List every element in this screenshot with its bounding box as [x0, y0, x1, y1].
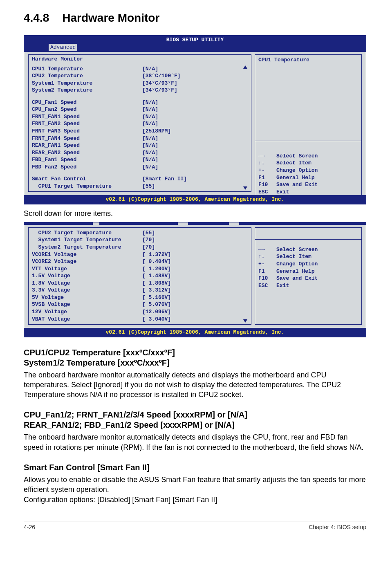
- setting-label: FBD_Fan1 Speed: [32, 156, 142, 164]
- help-desc: Select Screen: [276, 246, 318, 254]
- setting-label: 5V Voltage: [32, 294, 142, 301]
- setting-value[interactable]: [ 5.070V]: [142, 301, 171, 308]
- setting-value[interactable]: [N/A]: [142, 99, 158, 106]
- h-cpu-temp-2: System1/2 Temperature [xxxºC/xxxºF]: [24, 358, 366, 368]
- setting-row[interactable]: System2 Target Temperature[70]: [32, 244, 242, 251]
- setting-row[interactable]: VBAT Voltage[ 3.040V]: [32, 316, 242, 323]
- help-key: ↑↓: [258, 253, 276, 260]
- setting-row[interactable]: CPU_Fan2 Speed[N/A]: [32, 106, 242, 113]
- help-key: F10: [258, 275, 276, 282]
- setting-value[interactable]: [N/A]: [142, 142, 158, 149]
- setting-value[interactable]: [ 5.166V]: [142, 294, 171, 301]
- setting-value[interactable]: [N/A]: [142, 113, 158, 121]
- setting-value[interactable]: [2518RPM]: [142, 128, 171, 135]
- setting-value[interactable]: [N/A]: [142, 120, 158, 128]
- help-row: ←→Select Screen: [258, 246, 358, 254]
- setting-label: CPU_Fan1 Speed: [32, 99, 142, 106]
- setting-row[interactable]: System1 Target Temperature[70]: [32, 236, 242, 244]
- tab-advanced[interactable]: Advanced: [49, 44, 77, 51]
- setting-value[interactable]: [Smart Fan II]: [142, 175, 187, 183]
- setting-value[interactable]: [12.096V]: [142, 308, 171, 316]
- setting-row[interactable]: Smart Fan Control[Smart Fan II]: [32, 175, 242, 183]
- help-row: F10Save and Exit: [258, 181, 358, 189]
- setting-value[interactable]: [70]: [142, 244, 155, 251]
- setting-value[interactable]: [34°C/93°F]: [142, 80, 177, 87]
- setting-value[interactable]: [ 1.200V]: [142, 265, 171, 273]
- setting-row[interactable]: REAR_FAN2 Speed[N/A]: [32, 149, 242, 157]
- help-key: ESC: [258, 282, 276, 290]
- setting-row[interactable]: CPU1 Target Temperature[55]: [32, 183, 242, 190]
- setting-value[interactable]: [ 1.372V]: [142, 251, 171, 258]
- setting-row[interactable]: System1 Temperature[34°C/93°F]: [32, 80, 242, 87]
- setting-value[interactable]: [55]: [142, 183, 155, 190]
- setting-row[interactable]: 5V Voltage[ 5.166V]: [32, 294, 242, 301]
- setting-row[interactable]: FRNT_FAN3 Speed[2518RPM]: [32, 128, 242, 135]
- setting-value[interactable]: [38°C/100°F]: [142, 72, 181, 80]
- bios2-footer: v02.61 (C)Copyright 1985-2006, American …: [24, 328, 366, 337]
- setting-value[interactable]: [ 0.404V]: [142, 258, 171, 265]
- setting-row[interactable]: 3.3V Voltage[ 3.312V]: [32, 287, 242, 294]
- body-fan: The onboard hardware monitor automatical…: [24, 432, 366, 452]
- setting-value[interactable]: [ 3.312V]: [142, 287, 171, 294]
- setting-value[interactable]: [34°C/93°F]: [142, 87, 177, 94]
- bios1-main: CPU1 Temperature[N/A]CPU2 Temperature[38…: [32, 65, 242, 190]
- setting-row[interactable]: CPU_Fan1 Speed[N/A]: [32, 99, 242, 106]
- help-desc: Save and Exit: [276, 181, 318, 189]
- h-fan-1: CPU_Fan1/2; FRNT_FAN1/2/3/4 Speed [xxxxR…: [24, 410, 366, 420]
- scroll-up-icon[interactable]: [243, 65, 247, 69]
- setting-label: CPU2 Temperature: [32, 72, 142, 80]
- setting-value[interactable]: [ 1.808V]: [142, 280, 171, 287]
- setting-row[interactable]: 5VSB Voltage[ 5.070V]: [32, 301, 242, 308]
- setting-label: VBAT Voltage: [32, 316, 142, 323]
- setting-row[interactable]: FBD_Fan2 Speed[N/A]: [32, 164, 242, 171]
- setting-value[interactable]: [N/A]: [142, 65, 158, 73]
- setting-row[interactable]: System2 Temperature[34°C/93°F]: [32, 87, 242, 94]
- scroll-down-icon[interactable]: [243, 319, 247, 323]
- setting-row[interactable]: 12V Voltage[12.096V]: [32, 308, 242, 316]
- section-heading: 4.4.8Hardware Monitor: [24, 11, 366, 25]
- help-key: ←→: [258, 153, 276, 160]
- setting-row[interactable]: 1.5V Voltage[ 1.488V]: [32, 272, 242, 280]
- setting-label: System2 Temperature: [32, 87, 142, 94]
- bios2-info-top: [255, 227, 362, 239]
- setting-value[interactable]: [70]: [142, 236, 155, 244]
- setting-row[interactable]: 1.8V Voltage[ 1.808V]: [32, 280, 242, 287]
- setting-value[interactable]: [55]: [142, 229, 155, 237]
- help-key: +-: [258, 167, 276, 174]
- setting-row[interactable]: CPU2 Temperature[38°C/100°F]: [32, 72, 242, 80]
- setting-row[interactable]: CPU2 Target Temperature[55]: [32, 229, 242, 237]
- bios1-scrollbar[interactable]: [242, 65, 248, 190]
- setting-row[interactable]: REAR_FAN1 Speed[N/A]: [32, 142, 242, 149]
- setting-value[interactable]: [N/A]: [142, 164, 158, 171]
- setting-value[interactable]: [ 1.488V]: [142, 272, 171, 280]
- setting-label: 1.5V Voltage: [32, 272, 142, 280]
- setting-row[interactable]: CPU1 Temperature[N/A]: [32, 65, 242, 73]
- bios-title: BIOS SETUP UTILITY: [24, 36, 366, 44]
- setting-value[interactable]: [N/A]: [142, 135, 158, 142]
- setting-label: 5VSB Voltage: [32, 301, 142, 308]
- setting-row[interactable]: VCORE2 Voltage[ 0.404V]: [32, 258, 242, 265]
- help-desc: Exit: [276, 282, 289, 290]
- scroll-down-icon[interactable]: [243, 186, 247, 190]
- setting-row[interactable]: VCORE1 Voltage[ 1.372V]: [32, 251, 242, 258]
- help-desc: Exit: [276, 189, 289, 196]
- bios2-scrollbar[interactable]: [242, 229, 248, 323]
- setting-row[interactable]: FBD_Fan1 Speed[N/A]: [32, 156, 242, 164]
- setting-row[interactable]: VTT Voltage[ 1.200V]: [32, 265, 242, 273]
- setting-row[interactable]: FRNT_FAN2 Speed[N/A]: [32, 120, 242, 128]
- body-smart-fan-1: Allows you to enable or disable the ASUS…: [24, 475, 366, 495]
- help-desc: Change Option: [276, 260, 318, 268]
- setting-value[interactable]: [N/A]: [142, 106, 158, 113]
- setting-value[interactable]: [N/A]: [142, 149, 158, 157]
- bios2-help: ←→Select Screen↑↓Select Item+-Change Opt…: [255, 239, 362, 325]
- help-desc: Change Option: [276, 167, 318, 174]
- help-row: F10Save and Exit: [258, 275, 358, 282]
- setting-row[interactable]: FRNT_FAN1 Speed[N/A]: [32, 113, 242, 121]
- setting-value[interactable]: [ 3.040V]: [142, 316, 171, 323]
- setting-label: VTT Voltage: [32, 265, 142, 273]
- setting-label: REAR_FAN1 Speed: [32, 142, 142, 149]
- help-key: ESC: [258, 189, 276, 196]
- setting-row[interactable]: FRNT_FAN4 Speed[N/A]: [32, 135, 242, 142]
- setting-value[interactable]: [N/A]: [142, 156, 158, 164]
- setting-label: CPU1 Temperature: [32, 65, 142, 73]
